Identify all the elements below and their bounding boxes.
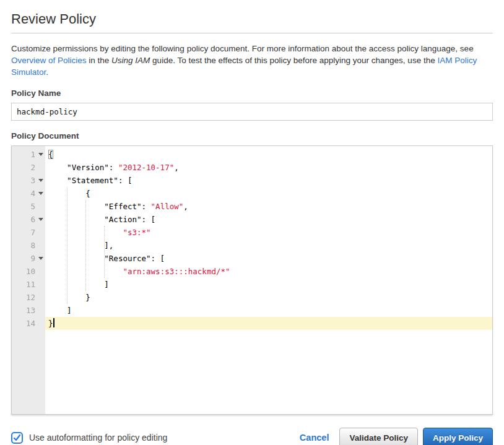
- line-number: 9: [30, 254, 35, 263]
- line-number: 1: [30, 150, 35, 159]
- gutter-line-11[interactable]: 11: [12, 278, 45, 291]
- gutter-line-14[interactable]: 14: [12, 317, 45, 330]
- json-token: {: [48, 189, 90, 198]
- text-cursor: [53, 318, 54, 327]
- editor-gutter[interactable]: 1234567891011121314: [12, 146, 45, 414]
- code-line-4[interactable]: {: [45, 187, 492, 200]
- json-token: "Effect":: [48, 202, 151, 211]
- json-token: ],: [48, 241, 113, 250]
- code-line-6[interactable]: "Action": [: [45, 213, 492, 226]
- code-line-10[interactable]: "arn:aws:s3:::hackmd/*": [45, 265, 492, 278]
- json-token: ]: [48, 306, 72, 315]
- review-policy-page: Review Policy Customize permissions by e…: [0, 0, 504, 445]
- validate-policy-button[interactable]: Validate Policy: [339, 428, 418, 445]
- cancel-button[interactable]: Cancel: [300, 433, 329, 443]
- json-token: "Statement": [: [48, 176, 132, 185]
- line-number: 11: [26, 280, 35, 289]
- gutter-line-13[interactable]: 13: [12, 304, 45, 317]
- gutter-line-12[interactable]: 12: [12, 291, 45, 304]
- description-text-2: in the: [87, 56, 112, 65]
- line-number: 6: [30, 215, 35, 224]
- policy-document-editor[interactable]: 1234567891011121314 { "Version": "2012-1…: [11, 145, 493, 415]
- code-line-11[interactable]: ]: [45, 278, 492, 291]
- gutter-line-5[interactable]: 5: [12, 200, 45, 213]
- code-line-2[interactable]: "Version": "2012-10-17",: [45, 161, 492, 174]
- gutter-line-9[interactable]: 9: [12, 252, 45, 265]
- json-token: ,: [174, 163, 179, 172]
- code-line-13[interactable]: ]: [45, 304, 492, 317]
- fold-toggle-icon[interactable]: [38, 257, 43, 260]
- json-string-token: "2012-10-17": [118, 163, 174, 172]
- gutter-line-10[interactable]: 10: [12, 265, 45, 278]
- json-token: "Version":: [48, 163, 118, 172]
- json-string-token: "arn:aws:s3:::hackmd/*": [123, 267, 230, 276]
- fold-toggle-icon[interactable]: [38, 153, 43, 156]
- line-number: 12: [26, 293, 35, 302]
- json-token: [48, 228, 123, 237]
- footer-actions: Cancel Validate Policy Apply Policy: [300, 428, 493, 445]
- code-line-8[interactable]: ],: [45, 239, 492, 252]
- policy-name-label: Policy Name: [11, 89, 493, 98]
- gutter-line-3[interactable]: 3: [12, 174, 45, 187]
- page-title: Review Policy: [11, 11, 493, 27]
- line-number: 13: [26, 306, 35, 315]
- description-text-4: .: [46, 67, 48, 77]
- gutter-line-2[interactable]: 2: [12, 161, 45, 174]
- json-string-token: "Allow": [151, 202, 184, 211]
- code-line-7[interactable]: "s3:*": [45, 226, 492, 239]
- checkmark-icon: [13, 434, 21, 442]
- autoformat-checkbox[interactable]: [11, 432, 23, 444]
- editor-code[interactable]: { "Version": "2012-10-17", "Statement": …: [45, 146, 492, 414]
- json-token: "Action": [: [48, 215, 155, 224]
- json-token: ]: [48, 280, 109, 289]
- footer-bar: Use autoformatting for policy editing Ca…: [11, 428, 493, 445]
- overview-of-policies-link[interactable]: Overview of Policies: [11, 56, 87, 65]
- apply-policy-button[interactable]: Apply Policy: [423, 428, 493, 445]
- autoformat-label: Use autoformatting for policy editing: [29, 433, 167, 443]
- matched-brace-token: {: [48, 150, 53, 159]
- line-number: 4: [30, 189, 35, 198]
- policy-name-input[interactable]: [11, 103, 493, 121]
- using-iam-guide-name: Using IAM: [111, 56, 150, 65]
- gutter-line-4[interactable]: 4: [12, 187, 45, 200]
- fold-toggle-icon[interactable]: [38, 218, 43, 221]
- gutter-line-6[interactable]: 6: [12, 213, 45, 226]
- code-line-14[interactable]: }: [45, 317, 492, 330]
- json-token: }: [48, 293, 90, 302]
- fold-toggle-icon[interactable]: [38, 179, 43, 182]
- code-line-9[interactable]: "Resource": [: [45, 252, 492, 265]
- autoformat-group: Use autoformatting for policy editing: [11, 432, 167, 444]
- line-number: 5: [30, 202, 35, 211]
- line-number: 10: [26, 267, 35, 276]
- line-number: 2: [30, 163, 35, 172]
- title-divider: [11, 33, 493, 33]
- code-line-5[interactable]: "Effect": "Allow",: [45, 200, 492, 213]
- description-text-3: guide. To test the effects of this polic…: [150, 56, 437, 65]
- code-line-3[interactable]: "Statement": [: [45, 174, 492, 187]
- gutter-line-7[interactable]: 7: [12, 226, 45, 239]
- fold-toggle-icon[interactable]: [38, 192, 43, 195]
- line-number: 14: [26, 319, 35, 328]
- gutter-line-1[interactable]: 1: [12, 148, 45, 161]
- json-string-token: "s3:*": [123, 228, 150, 237]
- description: Customize permissions by editing the fol…: [11, 43, 493, 78]
- gutter-line-8[interactable]: 8: [12, 239, 45, 252]
- code-line-1[interactable]: {: [45, 148, 492, 161]
- json-token: }: [48, 319, 53, 328]
- description-text-1: Customize permissions by editing the fol…: [11, 44, 474, 53]
- code-line-12[interactable]: }: [45, 291, 492, 304]
- line-number: 8: [30, 241, 35, 250]
- json-token: [48, 267, 123, 276]
- policy-document-label: Policy Document: [11, 131, 493, 140]
- line-number: 3: [30, 176, 35, 185]
- line-number: 7: [30, 228, 35, 237]
- json-token: "Resource": [: [48, 254, 165, 263]
- json-token: ,: [183, 202, 188, 211]
